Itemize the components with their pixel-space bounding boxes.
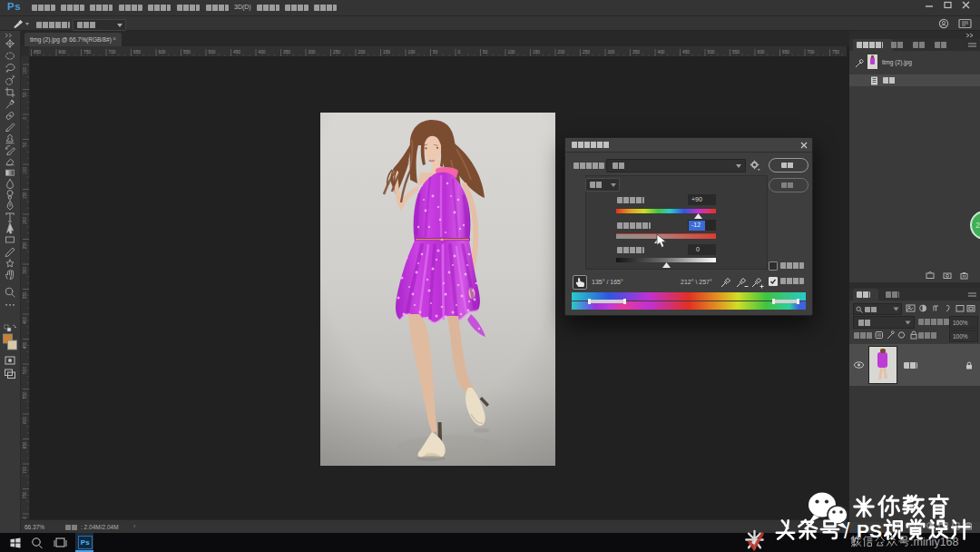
svg-text:100: 100	[23, 167, 27, 174]
svg-text:50: 50	[23, 92, 27, 97]
svg-text:600: 600	[159, 50, 166, 54]
svg-text:50: 50	[433, 50, 438, 54]
svg-text:500: 500	[23, 367, 27, 374]
svg-text:150: 150	[383, 50, 390, 54]
svg-text:800: 800	[59, 50, 66, 54]
svg-text:350: 350	[23, 291, 27, 299]
svg-text:300: 300	[23, 267, 27, 274]
svg-text:450: 450	[682, 50, 690, 54]
svg-text:700: 700	[23, 467, 27, 474]
svg-text:350: 350	[283, 50, 290, 54]
svg-text:100: 100	[408, 50, 416, 54]
svg-text:600: 600	[23, 417, 27, 424]
svg-text:100: 100	[508, 50, 515, 54]
svg-text:0: 0	[458, 50, 461, 54]
svg-text:750: 750	[23, 491, 27, 498]
svg-text:600: 600	[758, 50, 765, 54]
svg-text:450: 450	[233, 50, 240, 54]
svg-text:250: 250	[23, 242, 27, 249]
svg-text:100: 100	[23, 67, 27, 74]
svg-text:550: 550	[23, 391, 27, 399]
svg-text:300: 300	[608, 50, 615, 54]
svg-text:200: 200	[23, 217, 27, 224]
svg-text:400: 400	[23, 317, 27, 324]
svg-text:650: 650	[782, 50, 789, 54]
svg-text:400: 400	[658, 50, 665, 54]
svg-text:200: 200	[358, 50, 366, 54]
svg-text:50: 50	[23, 142, 27, 147]
svg-text:200: 200	[558, 50, 565, 54]
svg-text:500: 500	[708, 50, 715, 54]
svg-text:250: 250	[333, 50, 340, 54]
svg-text:700: 700	[808, 50, 815, 54]
svg-text:150: 150	[23, 192, 27, 199]
svg-text:450: 450	[23, 341, 27, 349]
svg-text:650: 650	[133, 50, 141, 54]
svg-text:fx: fx	[906, 522, 911, 530]
svg-text:500: 500	[209, 50, 216, 54]
svg-text:350: 350	[632, 50, 640, 54]
svg-text:0: 0	[23, 117, 27, 120]
svg-text:150: 150	[533, 50, 540, 54]
svg-text:650: 650	[23, 441, 27, 448]
svg-text:750: 750	[832, 50, 839, 54]
svg-text:750: 750	[83, 50, 91, 54]
svg-text:550: 550	[183, 50, 191, 54]
svg-text:850: 850	[34, 50, 41, 54]
svg-text:300: 300	[309, 50, 316, 54]
svg-text:700: 700	[109, 50, 116, 54]
svg-text:250: 250	[583, 50, 590, 54]
svg-text:400: 400	[259, 50, 266, 54]
svg-text:50: 50	[483, 50, 488, 54]
svg-text:550: 550	[732, 50, 740, 54]
